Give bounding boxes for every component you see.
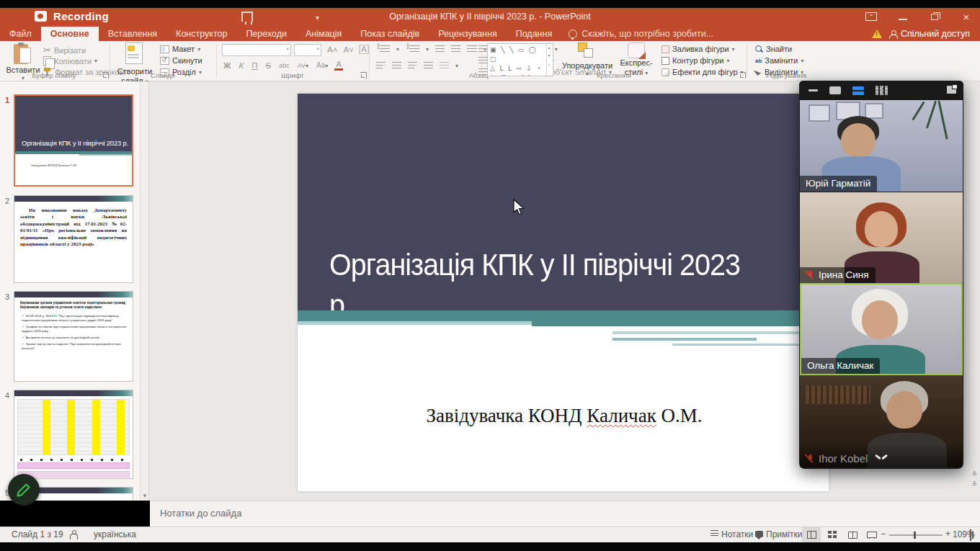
thumb1-subtitle: Завідувачка КОНД Каличак О.М. — [31, 163, 77, 167]
font-dialog-launcher-icon[interactable] — [360, 72, 367, 79]
ribbon: Вставити▾ ✂Вирізати Копіювати▾ Формат за… — [0, 41, 980, 81]
thumb3-bullet: ✓30.08.2023 р. №41/11 "Про організацію п… — [22, 314, 128, 323]
video-tile-3[interactable]: Ольга Каличак — [800, 283, 963, 375]
slide-thumbnail-1[interactable]: Організація КПК у ІІ півріччі 2023 р. За… — [14, 94, 133, 187]
notes-toggle[interactable]: Нотатки — [710, 529, 753, 539]
slide-thumbnail-pane: 1 Організація КПК у ІІ півріччі 2023 р. … — [0, 81, 149, 501]
participant-2-face — [865, 211, 898, 247]
slide-title-block[interactable]: Організація КПК у ІІ півріччі 2023 р. — [298, 94, 829, 310]
notes-icon — [710, 530, 718, 537]
strip-view-icon[interactable] — [852, 86, 864, 95]
restore-button[interactable] — [927, 9, 943, 24]
notes-panel[interactable]: Нотатки до слайда ≙≚ — [150, 501, 980, 527]
share-label: Спільний доступ — [901, 29, 970, 39]
drawing-dialog-launcher-icon[interactable] — [739, 72, 746, 79]
slide-sorter-view-button[interactable] — [823, 527, 842, 542]
spellcheck-underlined-word: Каличак — [587, 405, 656, 426]
slide-subtitle[interactable]: Завідувачка КОНД Каличак О.М. — [362, 405, 766, 427]
popout-icon[interactable] — [947, 86, 956, 94]
thumb4-schedule-table-graphic — [17, 399, 130, 455]
slide-thumbnail-3[interactable]: Керівникам органів управління освітою те… — [14, 291, 133, 382]
ribbon-tab-row: Файл Основне Вставлення Конструктор Пере… — [0, 27, 980, 41]
thumb-number-3: 3 — [5, 292, 9, 301]
video-tile-4[interactable]: Ihor Kobel — [800, 375, 963, 467]
tab-home[interactable]: Основне — [41, 27, 99, 41]
tab-view[interactable]: Подання — [507, 27, 561, 41]
reading-view-button[interactable] — [843, 527, 862, 542]
annotation-pencil-button[interactable] — [8, 474, 40, 506]
muted-mic-icon — [806, 270, 815, 280]
tab-design[interactable]: Конструктор — [166, 27, 236, 41]
bookshelf-decor — [806, 385, 870, 404]
participant-1-face — [841, 123, 876, 158]
clipboard-group-label: Буфер обміну — [0, 71, 108, 79]
tab-transitions[interactable]: Переходи — [236, 27, 296, 41]
close-button[interactable]: × — [958, 9, 974, 24]
thumb1-title: Організація КПК у ІІ півріччі 2023 р. — [22, 139, 128, 147]
tell-me-box[interactable]: Скажіть, що потрібно зробити... — [561, 27, 721, 41]
thumb-number-4: 4 — [5, 391, 9, 400]
plant-decor — [926, 101, 937, 129]
slide-thumbnail-2[interactable]: На виконання наказу Департаменту освіти … — [14, 195, 133, 283]
pencil-icon — [15, 481, 32, 498]
thumb-number-2: 2 — [5, 197, 9, 205]
video-tile-2[interactable]: Ірина Синя — [800, 192, 963, 283]
tab-file[interactable]: Файл — [0, 27, 41, 41]
application-window: Recording ▾ Організація КПК у ІІ піврічч… — [0, 0, 980, 551]
speaker-view-icon[interactable] — [829, 86, 841, 94]
slide-thumbnail-4[interactable]: ▪▪▪▪▪ ▪▪ ▪▪▪▪ ▪▪▪ — [14, 390, 133, 479]
thumb3-bullet: ✓Зразок тексту листа-подання "Про навчан… — [22, 342, 128, 351]
video-tile-1[interactable]: Юрій Гарматій — [800, 100, 963, 192]
zoom-out-button[interactable]: − — [881, 529, 886, 539]
scroll-down-icon[interactable]: ▼ — [142, 493, 148, 499]
thumb3-heading2: Керівникам закладів та установ освіти на… — [20, 305, 128, 310]
slide-teal-band — [298, 310, 829, 321]
slideshow-view-button[interactable] — [862, 527, 881, 542]
collapse-panel-chevron-icon[interactable] — [873, 454, 889, 463]
font-group-label: Шрифт — [216, 71, 369, 79]
slide-nav-chevrons[interactable]: ≙≚ — [971, 469, 977, 490]
slides-group-label: Слайди — [110, 71, 216, 79]
zoom-slider[interactable] — [889, 534, 943, 536]
tab-insert[interactable]: Вставлення — [99, 27, 166, 41]
thumb2-text: На виконання наказу Департаменту освіти … — [20, 207, 127, 248]
participant-4-face — [886, 391, 922, 429]
tab-animations[interactable]: Анімація — [296, 27, 351, 41]
thumbnail-scrollbar[interactable]: ▼ — [140, 81, 148, 501]
editing-group-label: Редагування — [747, 71, 826, 79]
thumb3-bullet: ✓Алгоритм оплати за навчання на договірн… — [22, 336, 128, 340]
fit-to-window-button[interactable] — [970, 530, 971, 540]
tell-me-text: Скажіть, що потрібно зробити... — [582, 29, 713, 39]
window-title: Організація КПК у ІІ півріччі 2023 р. - … — [0, 12, 980, 22]
muted-mic-icon — [806, 454, 815, 464]
zoom-in-button[interactable]: + — [945, 529, 950, 539]
notes-placeholder: Нотатки до слайда — [160, 508, 241, 519]
warning-icon[interactable] — [872, 30, 882, 38]
accessibility-icon[interactable] — [69, 530, 78, 542]
participant-2-name: Ірина Синя — [800, 267, 876, 283]
participant-3-face — [862, 300, 898, 339]
zoom-slider-handle[interactable] — [914, 532, 916, 539]
participant-4-name: Ihor Kobel — [800, 450, 874, 467]
normal-view-button[interactable] — [802, 527, 821, 542]
tab-slideshow[interactable]: Показ слайдів — [351, 27, 429, 41]
share-person-icon — [889, 30, 897, 38]
slide-canvas[interactable]: Організація КПК у ІІ півріччі 2023 р. За… — [298, 94, 829, 491]
ribbon-display-options-icon[interactable]: ⌃ — [865, 12, 877, 21]
participant-1-name: Юрій Гарматій — [800, 176, 877, 192]
comments-toggle[interactable]: Примітки — [755, 529, 802, 539]
participant-3-name: Ольга Каличак — [801, 358, 880, 374]
thumb-number-1: 1 — [5, 96, 9, 104]
language-indicator[interactable]: українська — [94, 529, 136, 539]
share-button[interactable]: Спільний доступ — [889, 29, 970, 39]
titlebar: Recording ▾ Організація КПК у ІІ піврічч… — [0, 8, 980, 27]
drawing-group-label: Креслення — [481, 71, 747, 79]
gallery-view-icon[interactable] — [876, 86, 888, 95]
thumb3-bullet: ✓Графіки та списки груп педагогічних пра… — [22, 325, 128, 333]
meeting-view-controls — [799, 81, 963, 100]
meeting-minimize-icon[interactable] — [808, 89, 818, 91]
clipboard-dialog-launcher-icon[interactable] — [102, 72, 109, 79]
minimize-button[interactable] — [895, 9, 911, 24]
tab-review[interactable]: Рецензування — [429, 27, 506, 41]
status-bar: Слайд 1 з 19 українська Нотатки Примітки… — [0, 527, 980, 542]
